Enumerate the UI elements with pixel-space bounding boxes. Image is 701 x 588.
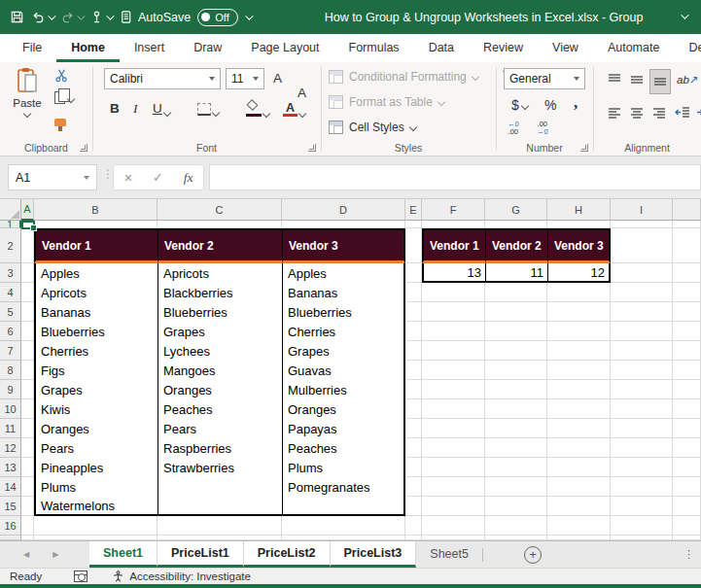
row-header-11[interactable]: 11	[0, 419, 21, 438]
cell-D12[interactable]: Peaches	[282, 438, 405, 458]
align-right-button[interactable]	[651, 105, 667, 124]
cell-I2[interactable]	[611, 228, 673, 263]
chevron-down-icon[interactable]	[163, 109, 171, 117]
cell-F16[interactable]	[422, 516, 485, 536]
cell-I9[interactable]	[611, 380, 673, 399]
cut-button[interactable]	[54, 68, 69, 83]
cell-B13[interactable]: Pineapples	[34, 458, 158, 477]
active-cell-selection-A1[interactable]	[21, 221, 35, 229]
name-box[interactable]: A1	[8, 164, 97, 190]
cell-H10[interactable]	[547, 399, 611, 419]
paste-button[interactable]: Paste	[7, 67, 48, 137]
format-painter-button[interactable]	[54, 119, 66, 126]
cell-B9[interactable]: Grapes	[34, 380, 158, 399]
cell-x10[interactable]	[673, 399, 701, 419]
cell-G1[interactable]	[485, 221, 547, 228]
copy-button[interactable]	[54, 91, 74, 104]
cell-E12[interactable]	[405, 438, 422, 458]
cell-G4[interactable]	[485, 283, 547, 302]
cell-I13[interactable]	[611, 458, 673, 477]
center-button[interactable]	[629, 105, 645, 124]
row-header-1[interactable]: 1	[0, 221, 21, 228]
cell-x5[interactable]	[673, 302, 701, 322]
formula-input[interactable]	[209, 164, 701, 190]
chevron-down-icon[interactable]	[298, 110, 306, 118]
dialog-launcher-icon[interactable]	[580, 144, 588, 152]
cell-A6[interactable]	[21, 322, 34, 341]
column-header-A[interactable]: A	[21, 199, 34, 221]
ribbon-tab-page-layout[interactable]: Page Layout	[236, 34, 333, 62]
cell-F2[interactable]: Vendor 1	[422, 228, 485, 263]
cell-D16[interactable]	[282, 516, 405, 536]
cell-F14[interactable]	[422, 477, 485, 497]
cell-F4[interactable]	[422, 283, 485, 302]
cell-C3[interactable]: Apricots	[158, 263, 282, 283]
cell-x4[interactable]	[673, 283, 701, 302]
enter-button[interactable]: ✓	[153, 170, 163, 185]
row-header-8[interactable]: 8	[0, 361, 21, 380]
cell-styles-button[interactable]: Cell Styles	[329, 121, 416, 134]
next-sheet-arrow-icon[interactable]: ▶	[53, 550, 58, 559]
chevron-down-icon[interactable]	[23, 110, 31, 118]
cell-G16[interactable]	[485, 516, 547, 536]
cell-A10[interactable]	[21, 399, 34, 419]
cell-C1[interactable]	[158, 221, 282, 228]
cell-E13[interactable]	[405, 458, 422, 477]
ribbon-tab-file[interactable]: File	[8, 34, 56, 62]
cell-D14[interactable]: Pomegranates	[282, 477, 405, 497]
cell-E16[interactable]	[405, 516, 422, 536]
cell-A11[interactable]	[21, 419, 34, 438]
cell-E1[interactable]	[405, 221, 422, 228]
cell-F13[interactable]	[422, 458, 485, 477]
cell-A16[interactable]	[21, 516, 34, 536]
cell-I5[interactable]	[611, 302, 673, 322]
cell-D3[interactable]: Apples	[282, 263, 405, 283]
sheet-tab-pricelist2[interactable]: PriceList2	[244, 541, 331, 568]
cell-B14[interactable]: Plums	[34, 477, 158, 497]
ribbon-tab-insert[interactable]: Insert	[120, 34, 179, 62]
cell-I4[interactable]	[611, 283, 673, 302]
dialog-launcher-icon[interactable]	[308, 144, 316, 152]
cell-H16[interactable]	[547, 516, 611, 536]
cell-A8[interactable]	[21, 361, 34, 380]
cell-H7[interactable]	[547, 341, 611, 361]
cell-B7[interactable]: Cherries	[34, 341, 158, 361]
cell-G11[interactable]	[485, 419, 547, 438]
cell-D10[interactable]: Oranges	[282, 399, 405, 419]
cell-x1[interactable]	[673, 221, 701, 228]
cell-D2[interactable]: Vendor 3	[282, 228, 405, 263]
autosave-toggle[interactable]: Off	[197, 9, 237, 26]
title-chevron-down-icon[interactable]	[681, 11, 688, 18]
undo-button[interactable]	[31, 10, 53, 24]
prev-sheet-arrow-icon[interactable]: ◀	[23, 550, 29, 559]
column-header-C[interactable]: C	[158, 199, 282, 221]
fill-color-button[interactable]	[246, 101, 269, 117]
chevron-down-icon[interactable]	[212, 109, 220, 117]
chevron-down-icon[interactable]	[408, 123, 416, 131]
cell-x11[interactable]	[673, 419, 701, 438]
cell-C15[interactable]	[158, 497, 282, 516]
column-header-H[interactable]: H	[547, 199, 611, 221]
cell-H2[interactable]: Vendor 3	[547, 228, 611, 263]
ribbon-tab-de[interactable]: De	[674, 34, 701, 62]
cell-C7[interactable]: Lychees	[158, 341, 282, 361]
cell-x16[interactable]	[673, 516, 701, 536]
touch-mode-button[interactable]	[89, 10, 112, 24]
cell-F9[interactable]	[422, 380, 485, 399]
column-header-E[interactable]: E	[405, 199, 422, 221]
cell-E10[interactable]	[405, 399, 422, 419]
cell-F3[interactable]: 13	[422, 263, 485, 283]
tab-overflow-dots-icon[interactable]: ⋮	[683, 548, 701, 561]
save-icon[interactable]	[10, 10, 24, 24]
cell-H12[interactable]	[547, 438, 611, 458]
cell-A15[interactable]	[21, 497, 34, 516]
column-header-D[interactable]: D	[282, 199, 405, 221]
row-header-12[interactable]: 12	[0, 438, 21, 458]
cell-C16[interactable]	[158, 516, 282, 536]
cell-I3[interactable]	[611, 263, 673, 283]
cell-D4[interactable]: Bananas	[282, 283, 405, 302]
italic-button[interactable]: I	[133, 101, 138, 117]
row-header-2[interactable]: 2	[0, 228, 21, 263]
cell-x3[interactable]	[673, 263, 701, 283]
cell-G14[interactable]	[485, 477, 547, 497]
